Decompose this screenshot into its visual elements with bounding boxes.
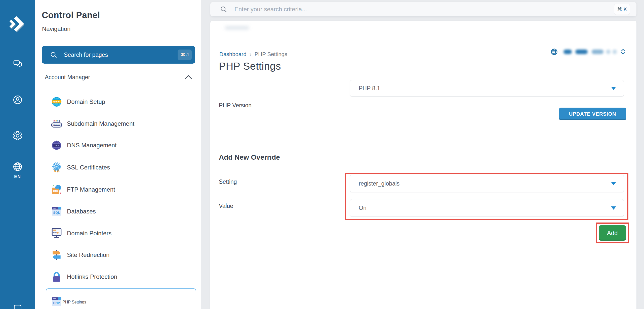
chevron-up-down-icon [620,49,626,55]
setting-value: register_globals [359,180,611,187]
value-label: Value [219,203,233,209]
directadmin-logo-icon[interactable] [7,13,28,34]
chevron-up-icon [185,75,192,79]
breadcrumb-current: PHP Settings [255,51,287,58]
sidebar-item-domain-pointers[interactable]: www Domain Pointers [46,226,197,241]
domain-account-selector[interactable] [550,46,626,57]
breadcrumb-separator: › [250,51,252,58]
value-value: On [359,205,611,211]
svg-text:FTP: FTP [53,190,58,193]
domain-setup-icon: www [51,96,62,108]
add-button[interactable]: Add [599,225,626,241]
php-version-dropdown[interactable]: PHP 8.1 [350,80,624,97]
sidebar-item-label: Site Redirection [67,251,109,258]
sidebar-item-label: SSL Certificates [67,164,110,171]
language-switcher[interactable]: EN [0,162,35,179]
redacted-smudge [225,26,249,30]
search-icon [220,6,227,13]
sidebar-item-label: DNS Management [67,142,116,149]
domain-pointers-icon: www [51,228,62,239]
sidebar-item-databases[interactable]: SQL Databases [46,204,197,219]
globe-icon [550,48,558,56]
svg-text:DNS: DNS [54,144,60,147]
svg-text:www: www [53,232,57,234]
databases-icon: SQL [51,206,62,217]
search-icon [50,51,57,59]
global-search-bar: ⌘ K [210,2,636,16]
sidebar-item-label: Databases [67,208,96,215]
sidebar-item-label: Hotlinks Protection [67,273,117,280]
sidebar-item-ssl-certificates[interactable]: SSL SSL Certificates [46,160,197,175]
php-version-value: PHP 8.1 [359,85,611,92]
page-title: PHP Settings [219,60,281,72]
sidebar-search-button[interactable]: Search for pages ⌘ J [42,46,195,64]
svg-text:www: www [53,100,60,103]
panel-title: Control Panel [42,10,100,20]
section-label: Account Manager [45,74,90,81]
sidebar-item-label: Domain Setup [67,98,105,105]
ssl-certificates-icon: SSL [51,162,62,173]
redacted-domain-text [606,50,611,54]
sidebar-item-hotlinks-protection[interactable]: Hotlinks Protection [46,269,197,284]
sidebar-item-label: Domain Pointers [67,230,111,237]
breadcrumb-dashboard-link[interactable]: Dashboard [219,51,247,58]
sidebar-search-label: Search for pages [64,52,178,58]
override-section-heading: Add New Override [219,153,280,161]
sidebar-item-php-settings[interactable]: PHP PHP Settings [46,288,196,309]
redacted-domain-text [613,50,617,54]
language-globe-icon [13,162,23,172]
redacted-domain-text [575,50,588,54]
sidebar-item-dns-management[interactable]: DNS DNS Management [46,138,197,153]
breadcrumb: Dashboard › PHP Settings [219,51,287,58]
php-version-label: PHP Version [219,102,252,109]
ftp-management-icon: FTP [51,184,62,195]
svg-text:PHP: PHP [53,301,60,305]
php-settings-panel: Dashboard › PHP Settings PHP S [210,21,636,309]
rail-bottom-partial-icon[interactable] [13,304,22,309]
caret-down-icon [611,87,616,90]
panel-subtitle: Navigation [42,25,70,32]
sidebar-item-label: PHP Settings [62,300,86,304]
language-code: EN [0,174,35,179]
app-root: EN Control Panel Navigation Search for p… [0,0,644,309]
update-version-button[interactable]: UPDATE VERSION [559,108,626,120]
svg-text:SQL: SQL [53,211,60,214]
icon-rail: EN [0,0,35,309]
annotation-highlight-add: Add [596,223,629,243]
sidebar-item-label: FTP Management [67,186,115,193]
php-settings-icon: PHP [51,296,62,308]
dns-management-icon: DNS [51,140,62,151]
sidebar-item-ftp-management[interactable]: FTP FTP Management [46,182,197,197]
global-search-input[interactable] [234,6,614,13]
hotlinks-protection-icon [51,271,62,283]
caret-down-icon [611,206,616,210]
redacted-domain-text [592,50,603,54]
sidebar: Control Panel Navigation Search for page… [35,0,201,309]
caret-down-icon [611,182,616,185]
sidebar-item-domain-setup[interactable]: www Domain Setup [46,94,197,109]
shortcut-badge-cmd-k: ⌘ K [614,4,630,15]
value-dropdown[interactable]: On [350,199,624,217]
sidebar-section-account-manager[interactable]: Account Manager [45,72,192,82]
sidebar-item-label: Subdomain Management [67,120,134,127]
shortcut-badge-cmd-j: ⌘ J [178,50,192,60]
setting-dropdown[interactable]: register_globals [350,175,624,192]
main-content: ⌘ K Dashboard › PHP Settings [201,0,644,309]
sidebar-item-site-redirection[interactable]: Site Redirection [46,247,197,262]
support-chat-icon[interactable] [13,59,23,69]
site-redirection-icon [51,249,62,261]
redacted-domain-text [564,50,572,54]
svg-text://www.: //www. [53,124,61,126]
sidebar-item-subdomain-management[interactable]: //www. Subdomain Management [46,116,197,131]
settings-gear-icon[interactable] [13,131,23,141]
subdomain-management-icon: //www. [51,118,62,129]
user-account-icon[interactable] [13,95,23,105]
setting-label: Setting [219,179,237,185]
svg-text:SSL: SSL [55,165,59,168]
